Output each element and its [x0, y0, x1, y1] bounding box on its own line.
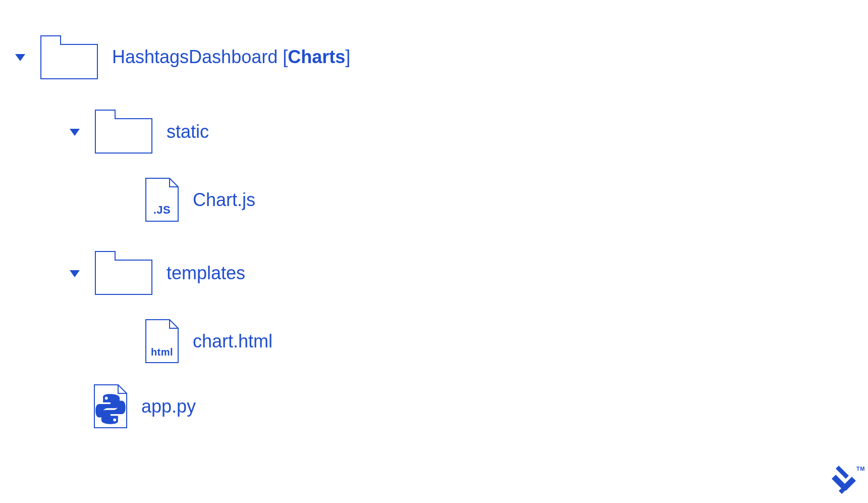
tree-row-chart-html[interactable]: html chart.html: [145, 310, 868, 373]
svg-point-4: [113, 418, 116, 421]
folder-icon: [95, 251, 152, 295]
tree-row-chart-js[interactable]: .JS Chart.js: [145, 168, 868, 231]
folder-icon: [95, 110, 152, 154]
file-tree: HashtagsDashboard [Charts] static .JS Ch…: [0, 0, 868, 438]
chevron-down-icon[interactable]: [14, 51, 26, 63]
tree-node-label: app.py: [141, 396, 196, 417]
svg-marker-1: [70, 129, 80, 136]
python-file-icon: [94, 384, 127, 428]
tree-node-label: chart.html: [193, 331, 273, 352]
tree-node-label: templates: [167, 263, 245, 284]
svg-marker-0: [15, 54, 25, 61]
chevron-down-icon[interactable]: [69, 126, 81, 138]
html-file-icon: html: [145, 319, 179, 363]
chevron-down-icon[interactable]: [69, 267, 81, 279]
trademark-label: TM: [856, 466, 865, 472]
file-ext-label: html: [145, 346, 179, 358]
tree-row-static[interactable]: static: [69, 100, 868, 163]
tree-node-label: HashtagsDashboard [Charts]: [112, 46, 350, 68]
js-file-icon: .JS: [145, 178, 179, 222]
folder-icon: [40, 35, 98, 79]
python-logo-icon: [94, 387, 127, 431]
svg-marker-2: [70, 270, 80, 277]
toptal-logo-icon: [832, 466, 856, 494]
tree-node-label: static: [167, 121, 209, 142]
tree-row-templates[interactable]: templates: [69, 241, 868, 305]
file-ext-label: .JS: [145, 204, 179, 217]
tree-row-app-py[interactable]: app.py: [94, 375, 868, 438]
svg-point-3: [105, 396, 108, 399]
tree-node-label: Chart.js: [193, 189, 255, 211]
tree-row-root[interactable]: HashtagsDashboard [Charts]: [14, 24, 868, 90]
